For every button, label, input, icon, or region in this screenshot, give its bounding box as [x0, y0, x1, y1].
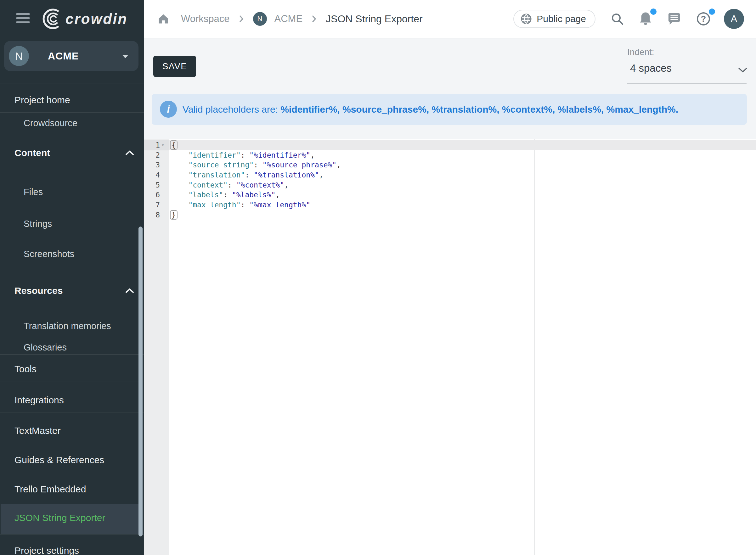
- info-icon: i: [160, 101, 177, 118]
- divider: [0, 534, 144, 535]
- line-number[interactable]: 5: [144, 180, 160, 190]
- svg-text:?: ?: [701, 14, 706, 24]
- content-toolbar-area: SAVE Indent: 4 spaces i Valid placeholde…: [144, 38, 756, 139]
- sidebar-item-json-string-exporter[interactable]: JSON String Exporter: [14, 513, 105, 523]
- code-editor[interactable]: 1▾2345678 { "identifier": "%identifier%"…: [144, 139, 756, 555]
- line-number-gutter: 1▾2345678: [144, 140, 169, 220]
- chevron-down-icon[interactable]: [738, 67, 748, 73]
- json-string-exporter-page: crowdin N ACME Project home Crowdsource …: [0, 0, 756, 555]
- sidebar-item-project-home[interactable]: Project home: [14, 95, 70, 105]
- org-name: ACME: [48, 50, 79, 62]
- breadcrumb-org[interactable]: ACME: [275, 13, 303, 25]
- chevron-right-icon: [312, 15, 316, 23]
- code-content[interactable]: { "identifier": "%identifier%", "source_…: [171, 140, 341, 220]
- crowdin-logo-text: crowdin: [66, 10, 127, 27]
- sidebar-item-screenshots[interactable]: Screenshots: [24, 249, 74, 259]
- divider: [0, 112, 144, 113]
- help-badge: [709, 8, 715, 15]
- notifications-button[interactable]: [639, 12, 652, 26]
- code-line[interactable]: "translation": "%translation%",: [171, 170, 341, 180]
- line-number[interactable]: 4: [144, 170, 160, 180]
- breadcrumb: Workspace N ACME JSON String Exporter: [157, 12, 423, 26]
- code-line[interactable]: }: [171, 210, 341, 220]
- divider: [0, 354, 144, 355]
- sidebar-item-files[interactable]: Files: [24, 187, 43, 197]
- line-number[interactable]: 1: [144, 140, 160, 151]
- line-number[interactable]: 2: [144, 151, 160, 161]
- divider: [0, 134, 144, 134]
- code-line[interactable]: "max_length": "%max_length%": [171, 200, 341, 210]
- breadcrumb-workspace[interactable]: Workspace: [181, 13, 230, 25]
- save-button[interactable]: SAVE: [153, 56, 196, 77]
- user-avatar[interactable]: A: [724, 9, 744, 29]
- sidebar-item-glossaries[interactable]: Glossaries: [24, 342, 67, 353]
- search-button[interactable]: [611, 12, 624, 26]
- breadcrumb-org-avatar[interactable]: N: [253, 12, 267, 26]
- crowdin-logo[interactable]: crowdin: [40, 7, 127, 31]
- divider: [0, 83, 144, 83]
- sidebar: crowdin N ACME Project home Crowdsource …: [0, 0, 144, 555]
- banner-placeholders: %identifier%, %source_phrase%, %translat…: [281, 104, 678, 115]
- code-line[interactable]: "labels": "%labels%",: [171, 190, 341, 200]
- line-number[interactable]: 3: [144, 160, 160, 170]
- divider: [0, 412, 144, 413]
- sidebar-item-crowdsource[interactable]: Crowdsource: [24, 118, 77, 128]
- public-page-label: Public page: [537, 13, 586, 24]
- code-line[interactable]: "context": "%context%",: [171, 180, 341, 190]
- page-title: JSON String Exporter: [326, 13, 423, 25]
- messages-button[interactable]: [667, 12, 681, 26]
- code-line[interactable]: {: [171, 140, 341, 151]
- sidebar-section-resources[interactable]: Resources: [14, 285, 62, 296]
- sidebar-item-project-settings[interactable]: Project settings: [14, 545, 79, 555]
- divider: [0, 269, 144, 269]
- sidebar-item-trello-embedded[interactable]: Trello Embedded: [14, 484, 86, 495]
- globe-icon: [520, 13, 532, 25]
- sidebar-item-integrations[interactable]: Integrations: [14, 395, 64, 405]
- fold-caret-icon[interactable]: ▾: [162, 140, 164, 151]
- chevron-up-icon[interactable]: [125, 288, 134, 293]
- sidebar-section-content[interactable]: Content: [14, 147, 50, 158]
- indent-label: Indent:: [627, 47, 654, 57]
- home-icon[interactable]: [157, 13, 170, 25]
- sidebar-item-strings[interactable]: Strings: [24, 219, 52, 229]
- code-line[interactable]: "source_string": "%source_phrase%",: [171, 160, 341, 170]
- info-banner: i Valid placeholders are: %identifier%, …: [152, 94, 747, 125]
- code-line[interactable]: "identifier": "%identifier%",: [171, 151, 341, 161]
- chevron-down-icon: [122, 55, 128, 58]
- topbar-actions: Public page: [513, 9, 744, 29]
- crowdin-logo-icon: [40, 7, 63, 31]
- sidebar-item-textmaster[interactable]: TextMaster: [14, 425, 61, 436]
- banner-intro: Valid placeholders are:: [182, 104, 278, 115]
- line-number[interactable]: 6: [144, 190, 160, 200]
- chevron-right-icon: [239, 15, 244, 23]
- hamburger-menu-icon[interactable]: [16, 13, 30, 25]
- banner-text: Valid placeholders are: %identifier%, %s…: [182, 104, 678, 115]
- sidebar-header: crowdin: [0, 0, 144, 38]
- notification-badge: [650, 8, 657, 15]
- topbar: Workspace N ACME JSON String Exporter: [144, 0, 756, 38]
- line-number[interactable]: 7: [144, 200, 160, 210]
- indent-select[interactable]: 4 spaces: [630, 62, 672, 74]
- sidebar-item-guides-references[interactable]: Guides & References: [14, 455, 104, 465]
- indent-select-underline: [627, 83, 747, 84]
- line-number[interactable]: 8: [144, 210, 160, 220]
- public-page-button[interactable]: Public page: [513, 10, 595, 28]
- editor-print-margin: [534, 139, 535, 555]
- org-avatar: N: [9, 46, 29, 66]
- sidebar-item-tools[interactable]: Tools: [14, 364, 37, 374]
- sidebar-scrollbar[interactable]: [138, 226, 142, 537]
- chevron-up-icon[interactable]: [125, 151, 134, 156]
- org-selector[interactable]: N ACME: [4, 41, 138, 71]
- divider: [0, 382, 144, 382]
- sidebar-item-translation-memories[interactable]: Translation memories: [24, 321, 111, 331]
- help-button[interactable]: ?: [696, 12, 711, 26]
